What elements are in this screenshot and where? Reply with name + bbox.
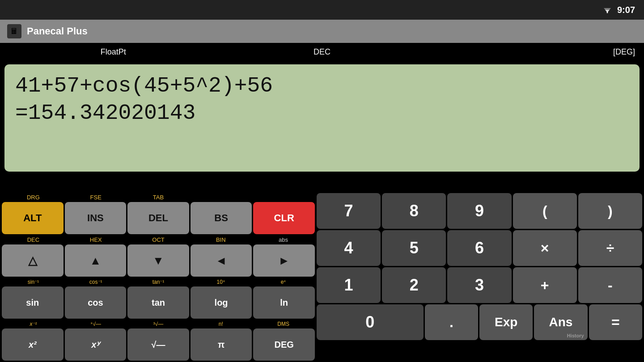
x2-button[interactable]: x² [2, 328, 64, 361]
label-abs: abs [253, 236, 314, 244]
key-plus[interactable]: + [513, 267, 577, 303]
mode-floatpt[interactable]: FloatPt [9, 47, 218, 57]
clr-button[interactable]: CLR [253, 202, 315, 234]
numrow-456: 4 5 6 × ÷ [317, 230, 642, 266]
key-minus[interactable]: - [578, 267, 642, 303]
label-tan-inv: tan⁻¹ [128, 278, 189, 286]
label-drg: DRG [3, 193, 64, 202]
key-9[interactable]: 9 [447, 193, 511, 229]
result-display: =154.342020143 [15, 101, 629, 125]
label-x-inv: x⁻¹ [3, 320, 64, 328]
key-5[interactable]: 5 [382, 230, 446, 266]
deg-button[interactable]: DEG [253, 328, 315, 361]
label-fse: FSE [65, 193, 127, 202]
app-title: Panecal Plus [27, 25, 88, 37]
label-ex: eˣ [253, 278, 314, 286]
key-close-paren[interactable]: ) [578, 193, 642, 229]
tan-button[interactable]: tan [127, 286, 189, 319]
ln-button[interactable]: ln [253, 286, 315, 319]
sqrt-button[interactable]: √— [127, 328, 189, 361]
row2-labels: sin⁻¹ cos⁻¹ tan⁻¹ 10ˣ eˣ [2, 278, 315, 286]
key-0[interactable]: 0 [317, 304, 424, 340]
calculator-display: 41+57+cos(45+5^2)+56 =154.342020143 [4, 64, 640, 172]
label-tab: TAB [128, 193, 189, 202]
numrow-789: 7 8 9 ( ) [317, 193, 642, 229]
key-exp[interactable]: Exp [479, 304, 533, 340]
del-button[interactable]: DEL [127, 202, 189, 234]
row3-labels: x⁻¹ ˣ√— ³√— n! DMS [2, 320, 315, 328]
left-button[interactable]: ◄ [191, 244, 252, 277]
label-dms: DMS [253, 320, 314, 328]
up-button[interactable]: ▲ [65, 244, 127, 277]
row1-buttons: △ ▲ ▼ ◄ ► [2, 244, 315, 277]
label-xroot: ˣ√— [65, 320, 127, 328]
title-bar: 🖩 Panecal Plus [0, 20, 644, 43]
key-2[interactable]: 2 [382, 267, 446, 303]
key-multiply[interactable]: × [513, 230, 577, 266]
status-time: 9:07 [617, 5, 635, 15]
mode-dec[interactable]: DEC [218, 47, 427, 57]
key-3[interactable]: 3 [447, 267, 511, 303]
history-label: History [567, 333, 584, 338]
label-empty2 [253, 193, 314, 202]
key-6[interactable]: 6 [447, 230, 511, 266]
numrow-0: 0 . Exp Ans History = [317, 304, 642, 340]
key-8[interactable]: 8 [382, 193, 446, 229]
key-1[interactable]: 1 [317, 267, 381, 303]
right-button[interactable]: ► [253, 244, 315, 277]
label-fact: n! [190, 320, 251, 328]
key-open-paren[interactable]: ( [513, 193, 577, 229]
svg-point-3 [606, 12, 608, 13]
label-cos-inv: cos⁻¹ [65, 278, 127, 286]
label-sin-inv: sin⁻¹ [3, 278, 64, 286]
key-decimal[interactable]: . [425, 304, 478, 340]
row2-buttons: sin cos tan log ln [2, 286, 315, 319]
mode-deg[interactable]: [DEG] [426, 47, 635, 57]
label-3root: ³√— [128, 320, 189, 328]
key-ans[interactable]: Ans History [534, 304, 587, 340]
status-bar: 9:07 [0, 0, 644, 20]
calculator-body: DRG FSE TAB ALT INS DEL BS CLR DEC HEX O… [0, 193, 644, 362]
key-divide[interactable]: ÷ [578, 230, 642, 266]
label-oct: OCT [128, 236, 189, 244]
down-button[interactable]: ▼ [127, 244, 189, 277]
key-equals[interactable]: = [589, 304, 642, 340]
label-bin: BIN [190, 236, 251, 244]
row0-buttons: ALT INS DEL BS CLR [2, 202, 315, 234]
sin-button[interactable]: sin [2, 286, 64, 319]
label-empty1 [190, 193, 251, 202]
right-keypad: 7 8 9 ( ) 4 5 6 × ÷ 1 2 3 + - 0 . Exp [317, 193, 642, 362]
xy-button[interactable]: xʸ [65, 328, 127, 361]
row0-labels: DRG FSE TAB [2, 193, 315, 202]
ins-button[interactable]: INS [65, 202, 127, 234]
expression-display: 41+57+cos(45+5^2)+56 [15, 73, 629, 99]
row3-buttons: x² xʸ √— π DEG [2, 328, 315, 361]
pi-button[interactable]: π [191, 328, 252, 361]
cos-button[interactable]: cos [65, 286, 127, 319]
numrow-123: 1 2 3 + - [317, 267, 642, 303]
row1-labels: DEC HEX OCT BIN abs [2, 236, 315, 244]
wifi-icon [602, 6, 613, 13]
alt-button[interactable]: ALT [2, 202, 64, 234]
label-dec: DEC [3, 236, 64, 244]
label-hex: HEX [65, 236, 127, 244]
app-icon: 🖩 [7, 24, 21, 38]
left-keypad: DRG FSE TAB ALT INS DEL BS CLR DEC HEX O… [2, 193, 315, 362]
mode-bar: FloatPt DEC [DEG] [0, 43, 644, 61]
log-button[interactable]: log [191, 286, 252, 319]
bs-button[interactable]: BS [191, 202, 252, 234]
up-outline-button[interactable]: △ [2, 244, 64, 277]
key-4[interactable]: 4 [317, 230, 381, 266]
label-10x: 10ˣ [190, 278, 251, 286]
key-7[interactable]: 7 [317, 193, 381, 229]
